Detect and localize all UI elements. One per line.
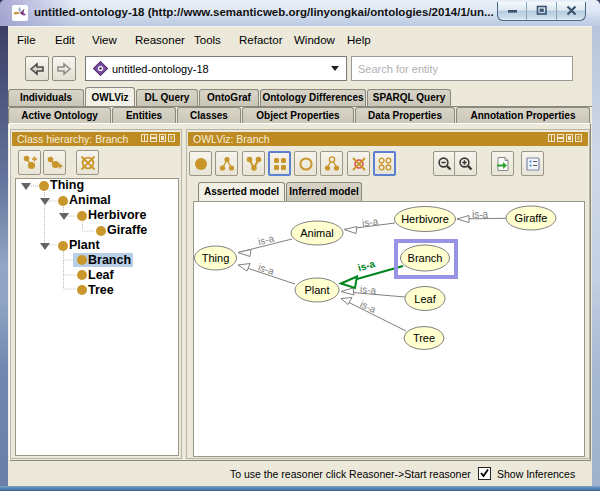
svg-text:Plant: Plant: [304, 284, 329, 296]
svg-text:Herbivore: Herbivore: [401, 213, 449, 225]
svg-text:is-a: is-a: [357, 258, 377, 274]
svg-text:Giraffe: Giraffe: [515, 212, 548, 224]
svg-text:is-a: is-a: [358, 298, 378, 315]
svg-text:Thing: Thing: [202, 252, 230, 264]
svg-text:Tree: Tree: [413, 332, 435, 344]
svg-text:Branch: Branch: [408, 252, 443, 264]
svg-text:is-a: is-a: [472, 209, 489, 220]
svg-text:is-a: is-a: [361, 216, 379, 229]
svg-text:is-a: is-a: [257, 262, 276, 277]
svg-text:is-a: is-a: [257, 233, 276, 248]
svg-text:Animal: Animal: [300, 227, 334, 239]
svg-text:Leaf: Leaf: [414, 293, 436, 305]
svg-text:is-a: is-a: [360, 284, 377, 296]
